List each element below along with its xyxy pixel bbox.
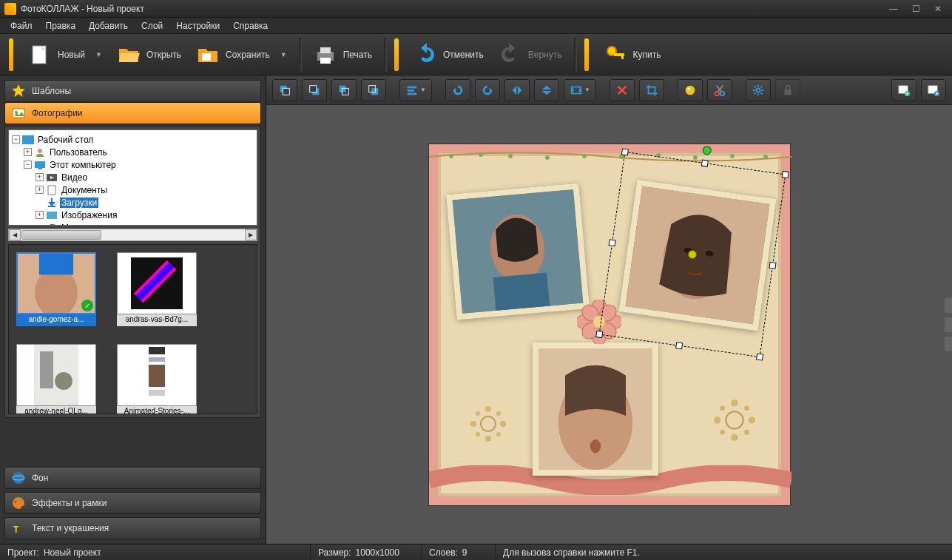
settings-button[interactable] [746,79,771,101]
rotate-left-button[interactable] [445,79,470,101]
thumbnail-item[interactable]: Animated-Stories-... [117,344,197,414]
menu-layer[interactable]: Слой [135,19,169,33]
resize-handle-ne[interactable] [781,170,789,178]
maximize-button[interactable]: ☐ [906,2,925,16]
resize-handle-w[interactable] [608,239,615,246]
crop-button[interactable] [639,79,664,101]
status-layers-label: Слоев: [429,547,458,558]
tree-scrollbar[interactable]: ◀ ▶ [8,229,257,241]
svg-point-93 [496,432,501,436]
scroll-left-icon[interactable]: ◀ [9,229,21,240]
open-icon [117,43,141,67]
expand-icon[interactable]: + [36,186,44,194]
menu-file[interactable]: Файл [4,19,38,33]
pivot-handle[interactable] [687,249,698,260]
undo-button[interactable]: Отменить [406,38,491,71]
svg-point-88 [485,406,491,412]
resize-handle-n[interactable] [701,159,708,166]
fit-button[interactable]: ▼ [564,79,596,101]
canvas-area: ▼ ▼ [266,75,952,544]
print-button[interactable]: Печать [306,38,379,71]
collage-canvas[interactable] [428,144,791,506]
thumbnail-item[interactable]: andras-vas-Bd7g... [117,252,197,326]
collapse-icon[interactable]: − [12,135,20,144]
buy-button[interactable]: Купить [596,38,669,71]
canvas-toolbar: ▼ ▼ [266,75,952,105]
lock-button [775,79,800,101]
delete-button[interactable] [610,79,635,101]
selection-box[interactable] [598,151,786,357]
bring-forward-button[interactable] [302,79,327,101]
bring-front-button[interactable] [272,79,297,101]
image-settings-button[interactable] [921,79,946,101]
templates-tab[interactable]: Шаблоны [4,80,261,102]
toolbar-separator [574,38,577,72]
svg-point-101 [743,405,749,411]
svg-point-59 [479,152,483,157]
color-button[interactable] [678,79,703,101]
rotate-handle[interactable] [701,145,712,155]
tree-documents[interactable]: + Документы [10,183,255,196]
pearl-decoration[interactable] [709,394,760,446]
open-button[interactable]: Открыть [109,38,189,71]
photos-tab[interactable]: Фотографии [4,102,261,124]
print-label: Печать [343,50,372,60]
scroll-thumb[interactable] [21,230,101,240]
minimize-button[interactable]: — [884,2,903,16]
tree-downloads[interactable]: Загрузки [10,196,255,209]
menu-help[interactable]: Справка [227,19,274,33]
menu-edit[interactable]: Правка [40,19,82,33]
resize-handle-nw[interactable] [621,148,628,155]
collapse-icon[interactable]: − [24,161,32,169]
collage-photo[interactable] [445,183,589,320]
flip-vertical-button[interactable] [534,79,559,101]
new-icon [28,43,52,67]
canvas-viewport[interactable] [266,105,952,544]
toolbar-separator [299,38,302,72]
resize-handle-e[interactable] [769,261,776,269]
add-image-button[interactable] [891,79,916,101]
svg-point-24 [55,372,72,390]
flip-horizontal-button[interactable] [504,79,530,101]
menu-settings[interactable]: Настройки [170,19,226,33]
tree-images[interactable]: + Изображения [10,209,255,221]
expand-icon[interactable]: + [36,173,44,181]
scroll-right-icon[interactable]: ▶ [245,229,257,240]
resize-handle-sw[interactable] [595,330,603,337]
background-tab[interactable]: Фон [4,467,261,489]
svg-point-32 [15,501,17,503]
tree-desktop[interactable]: − Рабочий стол [10,133,255,146]
rotate-right-button[interactable] [475,79,500,101]
close-button[interactable]: ✕ [928,2,948,16]
tree-computer[interactable]: − Этот компьютер [10,158,255,171]
right-tab[interactable] [945,317,952,332]
cut-button[interactable] [707,79,732,101]
redo-icon [499,43,522,67]
tree-music[interactable]: Музыка [10,221,255,226]
collage-photo[interactable] [533,343,658,476]
right-tab[interactable] [945,337,952,351]
thumbnail-item[interactable]: ✓ andie-gomez-a... [16,252,96,326]
status-help-text: Для вызова справки нажмите F1. [503,547,640,558]
effects-tab[interactable]: Эффекты и рамки [4,492,261,514]
resize-handle-s[interactable] [675,342,683,349]
tree-user[interactable]: + Пользователь [10,146,255,158]
thumbnail-item[interactable]: andrew-neel-QLq... [16,344,96,414]
save-button[interactable]: Сохранить ▼ [189,38,294,71]
tree-label: Музыка [60,223,94,226]
folder-tree[interactable]: − Рабочий стол + Пользователь − Этот ком… [8,129,257,226]
svg-rect-27 [149,357,165,362]
tree-video[interactable]: + Видео [10,171,255,183]
expand-icon[interactable]: + [36,211,44,219]
pearl-decoration[interactable] [466,402,510,446]
new-button[interactable]: Новый ▼ [21,38,109,71]
expand-icon[interactable]: + [24,148,32,156]
align-button[interactable]: ▼ [399,79,432,101]
send-backward-button[interactable] [331,79,357,101]
right-tab[interactable] [945,298,952,313]
menu-add[interactable]: Добавить [83,19,134,33]
resize-handle-se[interactable] [756,353,763,360]
send-back-button[interactable] [361,79,386,101]
thumbnail-image [117,344,197,406]
text-tab[interactable]: T Текст и украшения [4,517,261,539]
